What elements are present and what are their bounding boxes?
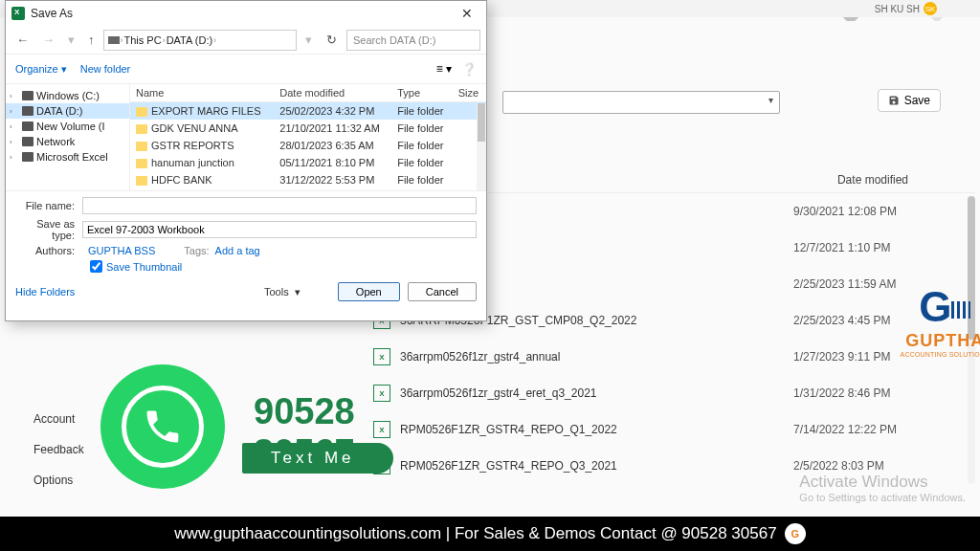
breadcrumb-dropdown[interactable]: ▾ — [301, 31, 317, 49]
file-name: 36arrpm0526f1zr_gstr4_annual — [400, 350, 793, 364]
tree-label: Network — [36, 136, 75, 147]
drive-icon — [22, 137, 33, 146]
file-name: RPM0526F1ZR_GSTR4_REPO_Q3_2021 — [400, 459, 793, 473]
folder-icon — [136, 124, 147, 134]
col-type[interactable]: Type — [391, 84, 453, 102]
dialog-titlebar: Save As ✕ — [6, 1, 486, 26]
col-date[interactable]: Date modified — [274, 84, 391, 102]
file-name-input[interactable] — [82, 197, 477, 214]
save-type-label: Save as type: — [15, 218, 82, 241]
bg-file-row[interactable]: XRPM0526F1ZR_GSTR4_REPO_Q1_20227/14/2022… — [364, 411, 975, 448]
dialog-fields: File name: Save as type: Authors: GUPTHA… — [6, 191, 486, 276]
folder-icon — [136, 159, 147, 168]
cancel-button[interactable]: Cancel — [408, 282, 477, 301]
tools-menu[interactable]: Tools ▾ — [264, 286, 301, 298]
up-button[interactable]: ↑ — [83, 31, 100, 49]
bg-file-row[interactable]: X36arrpm0526f1zr_gstr4_eret_q3_20211/31/… — [364, 375, 975, 411]
thumbnail-checkbox[interactable] — [90, 260, 102, 273]
footer-text: www.gupthaaccountingsolutions.com | For … — [174, 524, 776, 543]
activate-sub: Go to Settings to activate Windows. — [799, 492, 966, 503]
file-date: 7/14/2022 12:22 PM — [793, 423, 966, 436]
organize-menu[interactable]: Organize ▾ — [15, 63, 67, 76]
col-name[interactable]: Name — [130, 84, 274, 102]
folder-dropdown[interactable] — [502, 91, 780, 114]
drive-icon — [22, 121, 33, 131]
dialog-nav: ← → ▾ ↑ › This PC › DATA (D:) › ▾ ↻ Sear… — [6, 26, 486, 55]
breadcrumb-seg[interactable]: DATA (D:) — [167, 34, 212, 46]
brand-logo: G GUPTHA ACCOUNTING SOLUTIONS — [901, 283, 980, 358]
folder-icon — [136, 107, 147, 117]
file-name-label: File name: — [15, 200, 82, 211]
whatsapp-circle — [100, 364, 225, 489]
add-tag-link[interactable]: Add a tag — [215, 245, 260, 256]
excel-icon — [11, 7, 25, 20]
tree-label: Microsoft Excel — [36, 151, 108, 163]
chevron-icon: › — [10, 122, 19, 131]
save-type-select[interactable] — [82, 221, 477, 238]
new-folder-button[interactable]: New folder — [80, 63, 131, 75]
file-row[interactable]: GDK VENU ANNA21/10/2021 11:32 AMFile fol… — [130, 120, 486, 137]
file-date: 12/7/2021 1:10 PM — [793, 241, 966, 254]
open-button[interactable]: Open — [338, 282, 400, 301]
background-search-area: Save — [502, 91, 946, 143]
file-name: RPM0526F1ZR_GSTR4_REPO_Q1_2022 — [400, 423, 793, 436]
tree-item[interactable]: ›Microsoft Excel — [6, 149, 129, 165]
dialog-title: Save As — [31, 7, 73, 20]
file-row[interactable]: EXPORT MARG FILES25/02/2023 4:32 PMFile … — [130, 102, 486, 121]
file-row[interactable]: HDFC BANK31/12/2022 5:53 PMFile folder — [130, 171, 486, 188]
file-date: 1/31/2022 8:46 PM — [793, 386, 966, 400]
tree-item[interactable]: ›Windows (C:) — [6, 88, 129, 103]
breadcrumb[interactable]: › This PC › DATA (D:) › — [103, 30, 298, 51]
back-button[interactable]: ← — [11, 31, 33, 49]
logo-sub: ACCOUNTING SOLUTIONS — [901, 351, 980, 358]
refresh-icon[interactable]: ↻ — [321, 31, 343, 49]
save-as-dialog: Save As ✕ ← → ▾ ↑ › This PC › DATA (D:) … — [5, 0, 487, 321]
dialog-toolbar: Organize ▾ New folder ≡ ▾ ❔ — [6, 55, 486, 83]
user-avatar[interactable]: SK — [924, 2, 937, 15]
bg-file-row[interactable]: X36arrpm0526f1zr_gstr4_annual1/27/2023 9… — [364, 339, 975, 375]
save-button[interactable]: Save — [878, 89, 941, 112]
save-thumbnail-checkbox[interactable]: Save Thumbnail — [90, 260, 477, 273]
chevron-icon: › — [10, 138, 19, 146]
view-options-icon[interactable]: ≡ ▾ — [436, 62, 452, 76]
file-row[interactable]: hanuman junction05/11/2021 8:10 PMFile f… — [130, 154, 486, 171]
whatsapp-overlay: 90528 30567 Text Me — [100, 364, 407, 503]
col-date-modified: Date modified — [837, 173, 908, 187]
activate-title: Activate Windows — [799, 473, 966, 492]
authors-value[interactable]: GUPTHA BSS — [88, 245, 155, 256]
recent-dropdown[interactable]: ▾ — [63, 31, 79, 49]
folder-tree[interactable]: ›Windows (C:)›DATA (D:)›New Volume (I›Ne… — [6, 84, 130, 190]
thumbnail-label: Save Thumbnail — [106, 261, 182, 273]
tree-label: New Volume (I — [36, 121, 105, 132]
authors-label: Authors: — [15, 245, 82, 256]
folder-icon — [136, 142, 147, 151]
footer-badge: G — [785, 523, 806, 544]
tree-item[interactable]: ›Network — [6, 134, 129, 149]
tree-item[interactable]: ›New Volume (I — [6, 119, 129, 134]
file-date: 2/5/2022 8:03 PM — [793, 459, 966, 473]
footer-bar: www.gupthaaccountingsolutions.com | For … — [0, 517, 980, 551]
excel-file-icon: X — [373, 348, 390, 365]
activate-windows: Activate Windows Go to Settings to activ… — [799, 473, 966, 503]
forward-button[interactable]: → — [37, 31, 59, 49]
search-input[interactable]: Search DATA (D:) — [346, 30, 480, 51]
close-icon[interactable]: ✕ — [454, 4, 480, 23]
tags-label: Tags: — [184, 245, 209, 256]
file-date: 9/30/2021 12:08 PM — [793, 205, 966, 218]
scrollbar-thumb[interactable] — [478, 103, 485, 142]
file-list[interactable]: Name Date modified Type Size EXPORT MARG… — [130, 84, 486, 190]
logo-name: GUPTHA — [901, 331, 980, 351]
list-scrollbar[interactable] — [477, 103, 486, 190]
file-row[interactable]: GSTR REPORTS28/01/2023 6:35 AMFile folde… — [130, 137, 486, 154]
logo-bars — [951, 301, 970, 319]
hide-folders-link[interactable]: Hide Folders — [15, 286, 75, 298]
help-icon[interactable]: ❔ — [461, 62, 477, 77]
col-size[interactable]: Size — [453, 84, 486, 102]
tree-label: DATA (D:) — [36, 105, 82, 117]
drive-icon — [22, 152, 33, 162]
folder-icon — [136, 176, 147, 186]
tree-item[interactable]: ›DATA (D:) — [6, 103, 129, 119]
save-icon — [888, 95, 900, 106]
drive-icon — [108, 36, 120, 44]
breadcrumb-seg[interactable]: This PC — [124, 34, 162, 46]
